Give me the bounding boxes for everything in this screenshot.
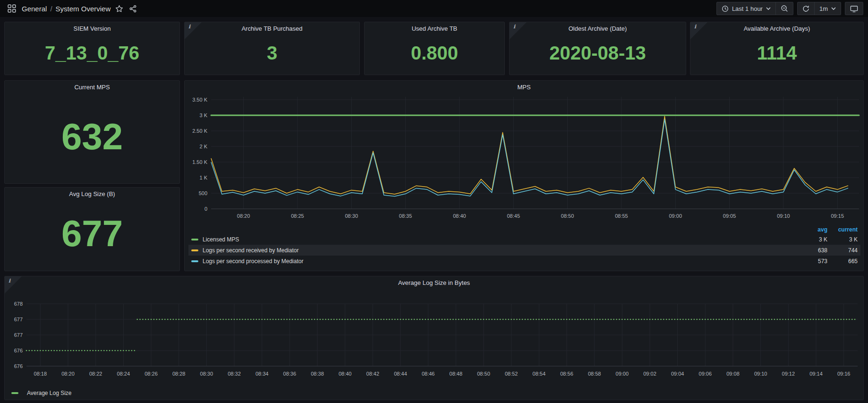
stat-body: 632 [5,93,179,183]
svg-text:08:50: 08:50 [561,213,574,219]
series-color-swatch[interactable] [191,239,198,240]
svg-text:3 K: 3 K [199,112,207,118]
share-icon[interactable] [126,2,140,15]
series-color-swatch[interactable] [191,249,198,251]
star-icon[interactable] [112,2,126,15]
svg-text:08:40: 08:40 [453,213,466,219]
legend-row: Logs per second received by Mediator6387… [188,245,860,256]
panel-title[interactable]: Current MPS [5,81,179,93]
stat-value: 7_13_0_76 [45,43,139,62]
svg-text:2.50 K: 2.50 K [192,128,207,134]
svg-text:08:56: 08:56 [560,371,573,377]
breadcrumb-folder[interactable]: General [22,5,47,13]
svg-text:09:10: 09:10 [754,371,767,377]
svg-text:08:40: 08:40 [339,371,352,377]
panel-mps-chart: MPS 08:2008:2508:3008:3508:4008:4508:500… [184,80,864,271]
svg-text:08:50: 08:50 [477,371,490,377]
series-color-swatch[interactable] [11,392,18,394]
svg-text:08:55: 08:55 [615,213,628,219]
svg-text:08:32: 08:32 [228,371,241,377]
svg-text:09:14: 09:14 [809,371,823,377]
time-range-picker[interactable]: Last 1 hour [717,2,775,15]
svg-text:08:34: 08:34 [255,371,269,377]
legend-value: 3 K [797,236,827,243]
stat-value: 2020-08-13 [549,43,646,62]
stat-value: 677 [61,215,123,252]
legend-value: 638 [797,247,827,254]
legend-row: Licensed MPS3 K3 K [188,234,860,245]
series-label[interactable]: Average Log Size [27,390,72,396]
svg-text:2 K: 2 K [199,144,207,149]
svg-text:08:20: 08:20 [237,213,250,219]
panel-title[interactable]: SIEM Version [5,22,179,34]
stat-value: 0.800 [411,43,458,62]
stat-value: 1114 [757,43,797,62]
panel-title[interactable]: Used Archive TB [365,22,504,34]
breadcrumb-separator: / [50,5,52,13]
breadcrumb: General / System Overview [22,5,111,13]
panel-archive-tb-purchased: i Archive TB Purchased 3 [184,22,360,75]
stat-body: 7_13_0_76 [5,34,179,75]
panel-oldest-archive: i Oldest Archive (Date) 2020-08-13 [509,22,686,75]
time-range-label: Last 1 hour [732,5,763,12]
legend-value: 573 [797,258,827,265]
refresh-interval-label: 1m [819,5,828,12]
svg-text:08:54: 08:54 [533,371,546,377]
refresh-icon [802,5,809,12]
series-color-swatch[interactable] [191,260,198,262]
svg-text:08:22: 08:22 [89,371,102,377]
svg-text:09:15: 09:15 [831,213,844,219]
panel-available-archive-days: i Available Archive (Days) 1114 [690,22,864,75]
refresh-interval-picker[interactable]: 1m [814,2,841,15]
legend-column-avg[interactable]: avg [797,226,827,233]
series-label[interactable]: Logs per second processed by Mediator [203,258,797,265]
chevron-down-icon [766,7,771,10]
svg-text:1 K: 1 K [199,175,207,180]
series-label[interactable]: Licensed MPS [203,236,797,243]
svg-text:08:58: 08:58 [588,371,601,377]
panel-title[interactable]: MPS [185,81,863,93]
svg-text:676: 676 [14,348,23,353]
zoom-out-button[interactable] [775,2,793,15]
svg-text:677: 677 [14,332,23,338]
svg-text:08:20: 08:20 [61,371,75,377]
svg-text:08:30: 08:30 [345,213,358,219]
panel-avg-log-size-chart: i Average Log Size in Bytes 08:1808:2008… [4,276,864,400]
legend-value: 3 K [827,236,858,243]
panel-title[interactable]: Oldest Archive (Date) [510,22,686,34]
panel-title[interactable]: Available Archive (Days) [690,22,863,34]
mps-chart[interactable]: 08:2008:2508:3008:3508:4008:4508:5008:55… [185,92,863,225]
svg-text:09:00: 09:00 [669,213,682,219]
svg-text:09:04: 09:04 [671,371,684,377]
panel-title[interactable]: Average Log Size in Bytes [5,276,863,289]
top-nav-bar: General / System Overview Last 1 hour [0,0,868,17]
legend-row: Logs per second processed by Mediator573… [188,256,860,266]
tv-mode-button[interactable] [845,2,863,15]
svg-text:09:06: 09:06 [699,371,712,377]
stat-body: 1114 [690,34,863,75]
toolbar-right: Last 1 hour 1m [716,2,863,15]
legend-column-current[interactable]: current [827,226,858,233]
svg-text:3.50 K: 3.50 K [192,97,207,103]
svg-text:09:00: 09:00 [616,371,629,377]
avg-log-chart[interactable]: 08:1808:2008:2208:2408:2608:2808:3008:32… [5,289,863,383]
svg-text:08:30: 08:30 [200,371,213,377]
svg-text:08:18: 08:18 [34,371,47,377]
svg-text:09:12: 09:12 [782,371,795,377]
svg-text:08:24: 08:24 [117,371,130,377]
stat-body: 677 [5,200,179,271]
refresh-button[interactable] [798,2,814,15]
apps-grid-icon[interactable] [5,2,19,15]
svg-text:678: 678 [14,301,23,307]
series-label[interactable]: Logs per second received by Mediator [203,247,797,254]
panel-title[interactable]: Avg Log Size (B) [5,188,179,200]
breadcrumb-dashboard[interactable]: System Overview [56,5,111,13]
svg-text:676: 676 [14,363,23,369]
svg-text:08:52: 08:52 [505,371,518,377]
tv-icon [850,5,858,13]
time-picker-group: Last 1 hour [716,2,793,15]
svg-text:08:42: 08:42 [366,371,380,377]
chevron-down-icon [831,7,836,10]
panel-title[interactable]: Archive TB Purchased [185,22,359,34]
svg-text:1.50 K: 1.50 K [192,159,207,165]
